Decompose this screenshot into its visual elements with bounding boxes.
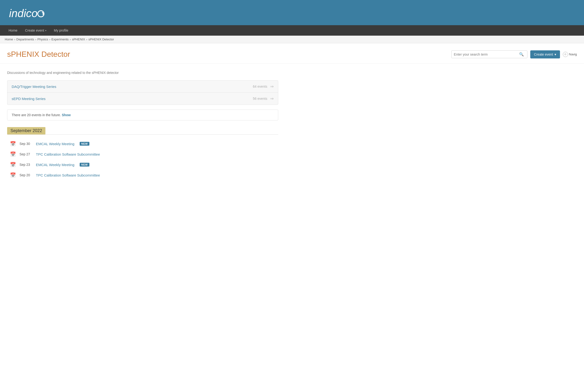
site-header: indico xyxy=(0,0,584,25)
category-link-sepd[interactable]: sEPD Meeting Series xyxy=(12,97,46,101)
category-right-daq: 64 events ⇒ xyxy=(253,84,274,89)
new-badge-3: NEW xyxy=(80,163,89,166)
nav-my-profile[interactable]: My profile xyxy=(50,25,72,36)
event-row-4: 📅 Sep 20 TPC Calibration Software Subcom… xyxy=(10,170,278,180)
event-date-2: Sep 27 xyxy=(20,152,33,156)
event-link-1[interactable]: EMCAL Weekly Meeting xyxy=(36,142,74,146)
create-event-label: Create event xyxy=(534,52,553,56)
nav-create-event[interactable]: Create event ▾ xyxy=(21,25,50,36)
event-row-3: 📅 Sep 23 EMCAL Weekly Meeting NEW xyxy=(10,160,278,170)
logo[interactable]: indico xyxy=(7,4,45,21)
calendar-icon-4: 📅 xyxy=(10,172,16,178)
navigate-button[interactable]: ⊘ Navig xyxy=(563,52,577,57)
categories-list: DAQ/Trigger Meeting Series 64 events ⇒ s… xyxy=(7,80,278,105)
new-badge-1: NEW xyxy=(80,142,89,146)
month-label-september: September 2022 xyxy=(7,127,278,134)
future-events-text: There are 20 events in the future. xyxy=(12,113,61,117)
month-divider xyxy=(7,134,278,135)
breadcrumb-experiments[interactable]: Experiments xyxy=(51,38,69,41)
breadcrumb-sep-4: » xyxy=(70,38,71,41)
breadcrumb-home[interactable]: Home xyxy=(5,38,13,41)
nav-bar: Home Create event ▾ My profile xyxy=(0,25,584,36)
category-item-sepd[interactable]: sEPD Meeting Series 56 events ⇒ xyxy=(7,93,278,104)
event-date-1: Sep 30 xyxy=(20,142,33,146)
breadcrumb-sphenix[interactable]: sPHENIX xyxy=(72,38,85,41)
page-header: sPHENIX Detector 🔍 Create event ▾ ⊘ Navi… xyxy=(0,43,584,64)
chevron-down-icon: ▾ xyxy=(554,52,556,56)
breadcrumb-current: sPHENIX Detector xyxy=(89,38,114,41)
logo-svg: indico xyxy=(7,4,45,21)
breadcrumb-sep-2: » xyxy=(35,38,36,41)
chevron-down-icon: ▾ xyxy=(45,29,46,32)
event-row-1: 📅 Sep 30 EMCAL Weekly Meeting NEW xyxy=(10,138,278,149)
event-link-2[interactable]: TPC Calibration Software Subcommittee xyxy=(36,152,100,156)
breadcrumb-sep-3: » xyxy=(49,38,50,41)
event-row-2: 📅 Sep 27 TPC Calibration Software Subcom… xyxy=(10,149,278,160)
calendar-icon-1: 📅 xyxy=(10,141,16,146)
month-label-text: September 2022 xyxy=(7,127,46,134)
month-section-september: September 2022 📅 Sep 30 EMCAL Weekly Mee… xyxy=(7,127,278,180)
calendar-icon-3: 📅 xyxy=(10,162,16,168)
calendar-icon-2: 📅 xyxy=(10,151,16,157)
category-right-sepd: 56 events ⇒ xyxy=(253,96,274,101)
search-box[interactable]: 🔍 xyxy=(451,50,527,58)
breadcrumb-sep-1: » xyxy=(14,38,16,41)
arrow-right-icon: ⇒ xyxy=(270,84,274,89)
event-link-3[interactable]: EMCAL Weekly Meeting xyxy=(36,163,74,167)
svg-text:indico: indico xyxy=(9,7,38,20)
arrow-right-icon-2: ⇒ xyxy=(270,96,274,101)
compass-icon: ⊘ xyxy=(563,52,568,57)
breadcrumb: Home » Departments » Physics » Experimen… xyxy=(0,36,584,43)
nav-home[interactable]: Home xyxy=(5,25,21,36)
search-button[interactable]: 🔍 xyxy=(518,52,525,56)
breadcrumb-physics[interactable]: Physics xyxy=(37,38,48,41)
search-input[interactable] xyxy=(454,52,518,56)
event-count-sepd: 56 events xyxy=(253,97,267,100)
nav-create-event-label: Create event xyxy=(25,28,44,32)
main-content: Discussions of technology and engineerin… xyxy=(0,64,285,193)
search-icon: 🔍 xyxy=(519,52,524,56)
category-item-daq[interactable]: DAQ/Trigger Meeting Series 64 events ⇒ xyxy=(7,80,278,93)
create-event-button[interactable]: Create event ▾ xyxy=(530,50,560,58)
header-actions: 🔍 Create event ▾ ⊘ Navig xyxy=(451,50,577,58)
future-events-notice: There are 20 events in the future. Show xyxy=(7,110,278,120)
events-list: 📅 Sep 30 EMCAL Weekly Meeting NEW 📅 Sep … xyxy=(7,138,278,180)
category-link-daq[interactable]: DAQ/Trigger Meeting Series xyxy=(12,84,56,88)
page-title: sPHENIX Detector xyxy=(7,50,70,59)
breadcrumb-sep-5: » xyxy=(86,38,88,41)
breadcrumb-departments[interactable]: Departments xyxy=(17,38,34,41)
event-date-4: Sep 20 xyxy=(20,173,33,177)
event-date-3: Sep 23 xyxy=(20,163,33,166)
navig-label: Navig xyxy=(569,52,577,56)
show-future-events-link[interactable]: Show xyxy=(62,113,71,117)
event-link-4[interactable]: TPC Calibration Software Subcommittee xyxy=(36,173,100,177)
page-description: Discussions of technology and engineerin… xyxy=(7,71,278,74)
event-count-daq: 64 events xyxy=(253,84,267,88)
